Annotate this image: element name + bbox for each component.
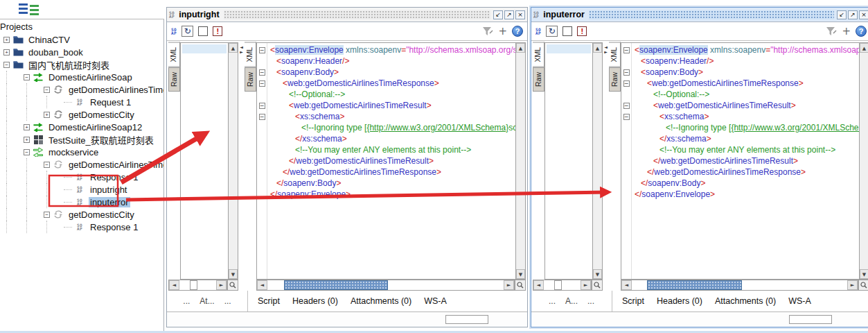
fold-toggle-icon[interactable]: − bbox=[259, 47, 265, 53]
create-empty-button[interactable] bbox=[198, 26, 208, 36]
scroll-up-arrow[interactable]: ▲ bbox=[593, 43, 602, 53]
collapse-right-icon[interactable]: ► bbox=[604, 50, 608, 54]
response-vertical-scrollbar[interactable]: ▲▼ bbox=[859, 42, 868, 280]
scroll-left-arrow[interactable]: ◄ bbox=[533, 280, 544, 290]
tab-xml[interactable]: XML bbox=[533, 42, 544, 67]
scroll-thumb[interactable] bbox=[190, 280, 198, 290]
mini-tab[interactable]: A... bbox=[565, 296, 578, 306]
scroll-up-arrow[interactable]: ▲ bbox=[860, 43, 868, 53]
xml-code-area[interactable]: <soapenv:Envelope xmlns:soapenv="http://… bbox=[632, 43, 859, 279]
tab-xml[interactable]: XML bbox=[245, 42, 256, 67]
request-horizontal-scrollbar[interactable]: ◄ ► bbox=[533, 280, 592, 291]
tab-xml[interactable]: XML bbox=[609, 42, 621, 67]
tree-toggle-icon[interactable]: + bbox=[24, 137, 30, 143]
tree-item-getdomesticcity[interactable]: +getDomesticCity bbox=[0, 108, 163, 121]
response-horizontal-scrollbar[interactable]: ◄ ► bbox=[256, 280, 515, 291]
scroll-down-arrow[interactable]: ▼ bbox=[860, 269, 868, 279]
mini-tab[interactable]: At... bbox=[200, 296, 214, 306]
tab-attachments0[interactable]: Attachments (0) bbox=[351, 296, 411, 306]
mini-tab[interactable]: ... bbox=[183, 296, 190, 306]
magnifier-button[interactable] bbox=[515, 280, 526, 291]
tab-raw[interactable]: Raw bbox=[245, 67, 256, 92]
response-horizontal-scrollbar[interactable]: ◄ ► bbox=[621, 280, 858, 291]
scroll-up-arrow[interactable]: ▲ bbox=[516, 43, 525, 53]
split-handle[interactable]: ◄► bbox=[603, 42, 609, 291]
tree-item-response-1[interactable]: SOAPResponse 1 bbox=[0, 171, 163, 183]
tab-raw[interactable]: Raw bbox=[168, 67, 180, 92]
add-button[interactable]: + bbox=[842, 26, 851, 36]
fold-toggle-icon[interactable]: − bbox=[259, 114, 265, 120]
tree-toggle-icon[interactable]: − bbox=[24, 74, 30, 80]
create-empty-button[interactable] bbox=[563, 26, 572, 36]
titlebar-drag-area[interactable] bbox=[589, 10, 834, 19]
tree-item-国内飞机航班时刻表[interactable]: −国内飞机航班时刻表 bbox=[0, 58, 163, 71]
tree-item-inputright[interactable]: SOAPinputright bbox=[0, 183, 163, 196]
scroll-right-arrow[interactable]: ► bbox=[581, 280, 591, 290]
scroll-right-arrow[interactable]: ► bbox=[847, 280, 858, 290]
fold-toggle-icon[interactable]: − bbox=[623, 103, 630, 109]
tab-headers0[interactable]: Headers (0) bbox=[292, 296, 338, 306]
scroll-thumb[interactable] bbox=[647, 280, 742, 290]
tree-toggle-icon[interactable]: + bbox=[24, 124, 30, 130]
tree-toggle-icon[interactable]: − bbox=[3, 62, 10, 68]
help-button[interactable]: ? bbox=[512, 26, 523, 37]
tree-toggle-icon[interactable]: + bbox=[3, 37, 10, 43]
scroll-left-arrow[interactable]: ◄ bbox=[257, 280, 267, 290]
xml-code-area[interactable]: <soapenv:Envelope xmlns:soapenv="http://… bbox=[267, 43, 515, 279]
unfloat-button[interactable]: ↙ bbox=[837, 10, 847, 19]
recreate-request-button[interactable]: ↻ bbox=[546, 26, 558, 37]
fold-toggle-icon[interactable]: − bbox=[623, 114, 630, 120]
tree-item-douban_book[interactable]: +douban_book bbox=[0, 46, 163, 58]
scroll-down-arrow[interactable]: ▼ bbox=[229, 269, 238, 279]
request-view[interactable] bbox=[544, 42, 592, 280]
tree-item-getdomesticairlinestime[interactable]: −getDomesticAirlinesTime bbox=[0, 83, 163, 96]
scroll-right-arrow[interactable]: ► bbox=[216, 280, 227, 290]
create-fault-button[interactable]: ! bbox=[577, 26, 587, 36]
fold-toggle-icon[interactable]: − bbox=[623, 69, 630, 76]
tree-item-domesticairlinesoap[interactable]: −DomesticAirlineSoap bbox=[0, 71, 163, 83]
mock-response-window-inputerror[interactable]: SOAP inputerror ↙↗× SOAP ↻ ! + ? XMLRaw … bbox=[531, 7, 868, 327]
scroll-thumb[interactable] bbox=[554, 280, 563, 290]
tree-item-mockservice[interactable]: −mockservice bbox=[0, 146, 163, 158]
magnifier-button[interactable] bbox=[592, 280, 603, 291]
fold-toggle-icon[interactable]: − bbox=[259, 103, 265, 109]
magnifier-button[interactable] bbox=[858, 280, 868, 291]
collapse-right-icon[interactable]: ► bbox=[240, 50, 243, 54]
tree-toggle-icon[interactable]: − bbox=[44, 212, 50, 218]
projects-root-label[interactable]: Projects bbox=[0, 19, 163, 33]
scroll-down-arrow[interactable]: ▼ bbox=[516, 269, 525, 279]
tree-item-getdomesticairlinestime[interactable]: −getDomesticAirlinesTime bbox=[0, 158, 163, 171]
create-fault-button[interactable]: ! bbox=[213, 26, 222, 36]
float-button[interactable]: ↗ bbox=[504, 10, 514, 19]
tab-attachments0[interactable]: Attachments (0) bbox=[715, 296, 776, 306]
fold-toggle-icon[interactable]: − bbox=[623, 80, 630, 87]
request-horizontal-scrollbar[interactable]: ◄ ► bbox=[168, 280, 227, 291]
tree-toggle-icon[interactable]: + bbox=[44, 112, 50, 118]
tab-headers0[interactable]: Headers (0) bbox=[657, 296, 702, 306]
tree-item-request-1[interactable]: SOAPRequest 1 bbox=[0, 96, 163, 108]
tree-toggle-icon[interactable]: + bbox=[3, 49, 10, 56]
fold-toggle-icon[interactable]: − bbox=[623, 47, 630, 53]
tree-toggle-icon[interactable]: − bbox=[24, 149, 30, 155]
window-titlebar[interactable]: SOAP inputright ↙↗× bbox=[167, 8, 527, 22]
tab-script[interactable]: Script bbox=[258, 296, 280, 306]
tab-script[interactable]: Script bbox=[622, 296, 644, 306]
titlebar-drag-area[interactable] bbox=[224, 10, 490, 19]
scroll-right-arrow[interactable]: ► bbox=[504, 280, 514, 290]
tree-toggle-icon[interactable]: − bbox=[44, 162, 50, 168]
response-vertical-scrollbar[interactable]: ▲▼ bbox=[515, 42, 526, 280]
scroll-left-arrow[interactable]: ◄ bbox=[621, 280, 632, 290]
scroll-left-arrow[interactable]: ◄ bbox=[169, 280, 179, 290]
request-vertical-scrollbar[interactable]: ▲▼ bbox=[228, 42, 238, 280]
help-button[interactable]: ? bbox=[856, 26, 867, 37]
tree-item-inputerror[interactable]: SOAPinputerror bbox=[0, 196, 163, 208]
tree-item-getdomesticcity[interactable]: −getDomesticCity bbox=[0, 208, 163, 221]
float-button[interactable]: ↗ bbox=[848, 10, 858, 19]
close-button[interactable]: × bbox=[515, 10, 525, 19]
scroll-thumb[interactable] bbox=[284, 280, 388, 290]
mini-tab[interactable]: ... bbox=[224, 296, 231, 306]
tree-item-testsuite_获取航班时刻表[interactable]: +TestSuite_获取航班时刻表 bbox=[0, 133, 163, 146]
close-button[interactable]: × bbox=[859, 10, 868, 19]
tab-raw[interactable]: Raw bbox=[609, 67, 621, 92]
recreate-request-button[interactable]: ↻ bbox=[181, 26, 193, 37]
